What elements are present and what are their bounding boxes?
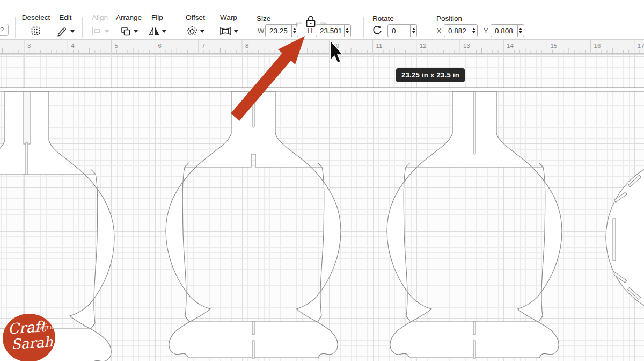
warp-button[interactable]: Warp xyxy=(215,13,243,38)
edit-pencil-icon xyxy=(56,25,68,37)
warp-caret-icon xyxy=(234,30,238,33)
ruler-inch-label: 17 xyxy=(638,42,644,49)
disc-vertical-slot[interactable] xyxy=(613,219,616,261)
ruler-inch-label: 3 xyxy=(27,42,31,49)
ruler-inch-label: 16 xyxy=(594,42,601,49)
toolbar-separator xyxy=(180,17,180,38)
ruler-inch-label: 12 xyxy=(420,42,427,49)
rotate-input[interactable] xyxy=(388,25,410,37)
width-field[interactable] xyxy=(265,24,298,37)
offset-button[interactable]: Offset xyxy=(181,13,209,38)
align-button[interactable]: Align xyxy=(86,13,114,38)
deselect-icon xyxy=(30,25,42,37)
size-label: Size xyxy=(257,15,270,23)
ruler-inch-label: 10 xyxy=(332,42,339,49)
ruler-inch-label: 7 xyxy=(202,42,205,49)
ornament-ring-right-neck-slot[interactable] xyxy=(473,91,475,154)
rotate-field[interactable] xyxy=(387,24,417,37)
design-canvas[interactable]: 23.25 in x 23.5 in xyxy=(0,54,644,361)
position-x-field[interactable] xyxy=(444,24,478,37)
width-input[interactable] xyxy=(266,25,291,37)
slotted-disc-partial-right[interactable] xyxy=(606,158,644,317)
align-caret-icon xyxy=(105,30,109,33)
ruler-inch-label: 5 xyxy=(114,42,118,49)
position-y-label: Y xyxy=(484,27,488,35)
design-app-window: ? Deselect Edit xyxy=(0,0,644,361)
rotate-label: Rotate xyxy=(372,15,394,23)
toolbar-separator xyxy=(82,17,83,38)
height-input[interactable] xyxy=(316,25,344,37)
lock-icon xyxy=(307,17,315,27)
align-icon xyxy=(91,25,103,37)
rotate-stepper[interactable] xyxy=(410,25,416,37)
arrange-caret-icon xyxy=(134,30,138,33)
ornament-ring-partial-left-neck-slot[interactable] xyxy=(26,143,28,175)
flip-icon xyxy=(148,25,160,37)
rotate-icon[interactable] xyxy=(371,24,383,36)
size-tooltip: 23.25 in x 23.5 in xyxy=(396,68,465,82)
warp-icon xyxy=(219,25,232,37)
arrange-button[interactable]: Arrange xyxy=(114,13,144,38)
position-x-input[interactable] xyxy=(444,25,471,37)
position-y-field[interactable] xyxy=(491,24,524,37)
ornament-ring-center-neck-slot[interactable] xyxy=(252,91,254,127)
toolbar-separator xyxy=(427,17,427,38)
height-stepper[interactable] xyxy=(344,25,350,37)
ornament-ring-right-slot-hooks[interactable] xyxy=(406,163,543,321)
help-button[interactable]: ? xyxy=(0,24,9,36)
ruler-inch-label: 11 xyxy=(376,42,383,49)
ornament-ring-right-base-slot-lower[interactable] xyxy=(473,341,475,358)
ruler-inch-label: 9 xyxy=(289,42,292,49)
connector-strip[interactable] xyxy=(0,88,644,91)
ruler-inch-label: 8 xyxy=(245,42,248,49)
toolbar-separator xyxy=(246,17,246,38)
ornament-ring-center-slot-hooks[interactable] xyxy=(185,163,322,321)
position-x-stepper[interactable] xyxy=(471,25,477,37)
edit-button[interactable]: Edit xyxy=(53,13,78,38)
edit-caret-icon xyxy=(70,30,75,33)
ruler-ticks: 34567891011121314151617 xyxy=(0,40,644,54)
logo-word-with: with xyxy=(39,325,54,331)
ornament-ring-partial-left-slot-hooks[interactable] xyxy=(0,170,96,328)
offset-icon xyxy=(186,25,198,37)
toolbar-separator xyxy=(363,17,364,38)
toolbar-separator xyxy=(15,17,16,38)
ornament-ring-center[interactable] xyxy=(166,91,341,358)
ruler-inch-label: 15 xyxy=(550,42,557,49)
offset-caret-icon xyxy=(200,30,204,33)
position-label: Position xyxy=(436,15,462,23)
toolbar-separator xyxy=(211,17,211,38)
ruler-inch-label: 13 xyxy=(463,42,470,49)
flip-button[interactable]: Flip xyxy=(146,13,169,38)
ornament-ring-center-base-slot-lower[interactable] xyxy=(252,341,254,358)
position-x-label: X xyxy=(437,27,442,35)
position-y-stepper[interactable] xyxy=(517,25,524,37)
help-label: ? xyxy=(0,26,4,34)
ruler-inch-label: 14 xyxy=(507,42,514,49)
ornament-ring-partial-left-neck-gap[interactable] xyxy=(24,91,30,144)
ornament-ring-right-base-slot-upper[interactable] xyxy=(473,321,475,335)
toolbar: ? Deselect Edit xyxy=(0,0,644,40)
logo-word-sarah: Sarah xyxy=(11,334,54,352)
ornament-ring-center-base-slot-upper[interactable] xyxy=(252,321,254,335)
height-axis-label: H xyxy=(308,27,312,35)
ruler-inch-label: 6 xyxy=(158,42,162,49)
position-y-input[interactable] xyxy=(491,25,517,37)
height-field[interactable] xyxy=(316,24,351,37)
arrange-layers-icon xyxy=(120,25,131,37)
horizontal-ruler: 34567891011121314151617 xyxy=(0,40,644,54)
width-axis-label: W xyxy=(258,27,264,35)
flip-caret-icon xyxy=(162,30,166,33)
ruler-inch-label: 4 xyxy=(71,42,75,49)
deselect-button[interactable]: Deselect xyxy=(19,13,53,38)
